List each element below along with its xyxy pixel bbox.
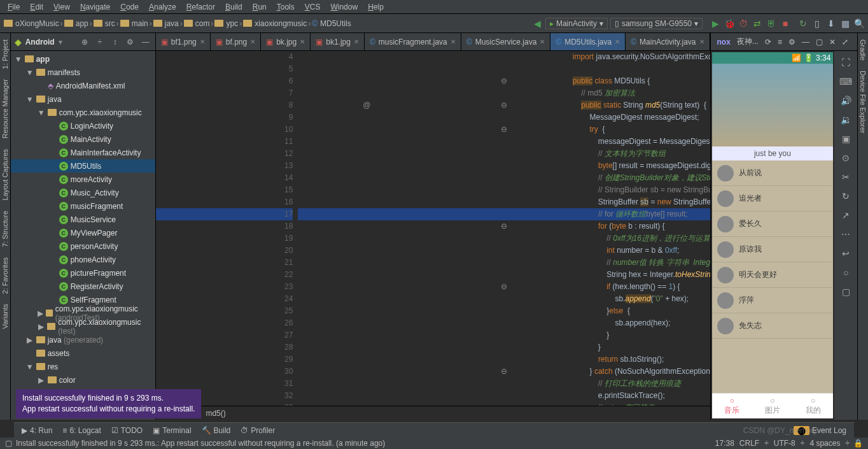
status-crlf[interactable]: CRLF <box>739 439 759 448</box>
editor-tab[interactable]: ▣bf1.png✕ <box>156 33 211 50</box>
stripe-resource-manager[interactable]: Resource Manager <box>1 79 9 139</box>
profiler-tab[interactable]: ⏱ Profiler <box>241 426 275 435</box>
editor-tab[interactable]: ©musicFragment.java✕ <box>365 33 461 50</box>
menu-navigate[interactable]: Navigate <box>75 3 115 11</box>
breadcrumb-item[interactable]: com <box>184 19 210 28</box>
device-dropdown[interactable]: ▯samsung SM-G9550▾ <box>610 18 703 29</box>
menu-build[interactable]: Build <box>220 3 248 11</box>
run-tab[interactable]: ▶ 4: Run <box>22 426 52 435</box>
close-icon[interactable]: ✕ <box>300 38 305 45</box>
maximize-icon[interactable]: ▢ <box>816 38 823 46</box>
compass-icon[interactable]: ⊕ <box>79 38 90 46</box>
status-encoding[interactable]: UTF-8 <box>774 439 795 448</box>
menu-window[interactable]: Window <box>325 3 363 11</box>
minimize-icon[interactable]: — <box>802 38 809 46</box>
stripe-gradle[interactable]: Gradle <box>859 39 867 61</box>
close-icon[interactable]: ✕ <box>699 38 704 45</box>
more-icon[interactable]: ⋯ <box>841 229 850 239</box>
now-playing-banner[interactable]: just be you <box>712 146 834 160</box>
menu-run[interactable]: Run <box>248 3 272 11</box>
stop-icon[interactable]: ■ <box>780 18 790 29</box>
hide-icon[interactable]: — <box>140 38 151 46</box>
stripe-layout-captures[interactable]: Layout Captures <box>1 149 9 201</box>
gear-icon[interactable]: ⚙ <box>788 38 795 46</box>
home-icon[interactable]: ○ <box>843 267 848 278</box>
song-item[interactable]: 追光者 <box>712 186 834 211</box>
tree-item[interactable]: CpictureFragment <box>11 266 155 280</box>
editor-tab[interactable]: ▣bk1.jpg✕ <box>311 33 365 50</box>
menu-help[interactable]: Help <box>363 3 389 11</box>
tree-item[interactable]: ▼app <box>11 52 155 66</box>
song-item[interactable]: 原谅我 <box>712 237 834 262</box>
keyboard-icon[interactable]: ⌨ <box>839 76 852 87</box>
divide-icon[interactable]: ÷ <box>94 38 106 46</box>
menu-edit[interactable]: Edit <box>25 3 48 11</box>
menu-tools[interactable]: Tools <box>272 3 300 11</box>
close-icon[interactable]: ✕ <box>829 38 836 46</box>
profile-icon[interactable]: ⏱ <box>738 18 748 29</box>
structure-icon[interactable]: ▦ <box>840 18 850 29</box>
run-config-dropdown[interactable]: ▸MainActivity▾ <box>545 18 608 29</box>
lock-icon[interactable]: 🔒 <box>853 439 863 448</box>
scissors-icon[interactable]: ✂ <box>842 172 850 182</box>
back-icon[interactable]: ↩ <box>842 248 850 259</box>
collapse-icon[interactable]: ↕ <box>109 38 121 46</box>
close-icon[interactable]: ✕ <box>540 38 545 45</box>
attach-icon[interactable]: ⇄ <box>752 18 762 29</box>
nav-back-icon[interactable]: ◀ <box>533 18 543 29</box>
song-item[interactable]: 明天会更好 <box>712 262 834 288</box>
menu-vcs[interactable]: VCS <box>300 3 326 11</box>
close-icon[interactable]: ✕ <box>250 38 255 45</box>
song-item[interactable]: 爱长久 <box>712 211 834 237</box>
menu-icon[interactable]: ≡ <box>778 38 782 46</box>
tree-item[interactable]: CMyViewPager <box>11 226 155 239</box>
menu-view[interactable]: View <box>48 3 75 11</box>
tree-item[interactable]: CMainInterfaceActivity <box>11 146 155 159</box>
tree-item[interactable]: CMainActivity <box>11 132 155 146</box>
phone-bottom-nav[interactable]: ○音乐○图片○我的 <box>712 393 834 418</box>
tree-item[interactable]: ▼manifests <box>11 66 155 79</box>
menu-file[interactable]: File <box>3 3 25 11</box>
tree-item[interactable]: CMusic_Activity <box>11 186 155 199</box>
editor-tab[interactable]: ©MD5Utils.java✕ <box>550 33 626 50</box>
stripe-variants[interactable]: Variants <box>1 304 9 329</box>
editor-tab[interactable]: ©MainActivity.java✕ <box>626 33 710 50</box>
breadcrumb-item[interactable]: oXiongMusic <box>4 19 59 28</box>
run-icon[interactable]: ▶ <box>710 18 720 29</box>
volume-down-icon[interactable]: 🔉 <box>841 115 851 125</box>
editor-tab[interactable]: ▣bk.jpg✕ <box>261 33 311 50</box>
phone-nav-item[interactable]: ○音乐 <box>712 394 753 418</box>
breadcrumb-item[interactable]: ©MD5Utils <box>312 19 351 28</box>
stripe-2-favorites[interactable]: 2: Favorites <box>1 257 9 294</box>
stripe-device-file-explorer[interactable]: Device File Explorer <box>859 71 867 133</box>
breadcrumb-item[interactable]: ypc <box>214 19 238 28</box>
coverage-icon[interactable]: ⛨ <box>766 18 776 29</box>
breadcrumb-item[interactable]: app <box>64 19 88 28</box>
tree-item[interactable]: ▼java <box>11 92 155 106</box>
search-icon[interactable]: 🔍 <box>854 18 864 29</box>
breadcrumb-item[interactable]: main <box>120 19 148 28</box>
menu-refactor[interactable]: Refactor <box>181 3 220 11</box>
volume-up-icon[interactable]: 🔊 <box>841 96 851 106</box>
tree-item[interactable]: CmoreActivity <box>11 173 155 186</box>
stripe-7-structure[interactable]: 7: Structure <box>1 211 9 247</box>
code-editor[interactable]: 4567891011121314151617181920212223242526… <box>156 51 710 406</box>
tree-item[interactable]: CRegisterActivity <box>11 280 155 293</box>
logcat-tab[interactable]: ≡ 6: Logcat <box>62 426 101 435</box>
tree-item[interactable]: ▶com.ypc.xiaoxiongmusic (test) <box>11 320 155 333</box>
terminal-tab[interactable]: ▣ Terminal <box>153 426 191 435</box>
tree-item[interactable]: CphoneActivity <box>11 253 155 266</box>
close-icon[interactable]: ✕ <box>615 38 620 45</box>
breadcrumb-item[interactable]: java <box>153 19 179 28</box>
close-icon[interactable]: ✕ <box>451 38 456 45</box>
phone-nav-item[interactable]: ○我的 <box>793 394 834 418</box>
tree-item[interactable]: assets <box>11 346 155 360</box>
build-tab[interactable]: 🔨 Build <box>202 426 231 435</box>
tree-item[interactable]: CmusicFragment <box>11 199 155 213</box>
recent-icon[interactable]: ▢ <box>842 287 850 297</box>
avd-icon[interactable]: ▯ <box>812 18 822 29</box>
tree-item[interactable]: ⬘AndroidManifest.xml <box>11 79 155 92</box>
song-item[interactable]: 免失志 <box>712 313 834 339</box>
status-indent[interactable]: 4 spaces <box>809 439 840 448</box>
status-icon[interactable]: ▢ <box>5 439 12 448</box>
